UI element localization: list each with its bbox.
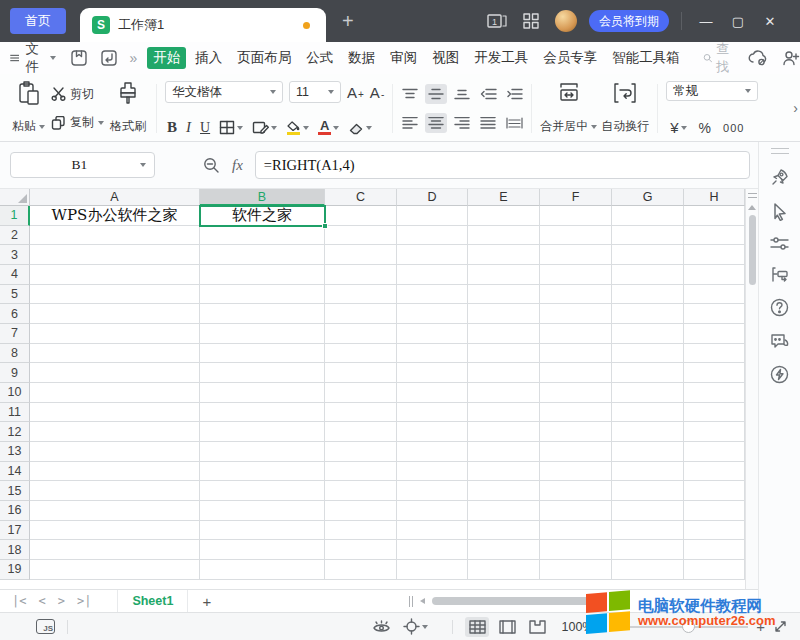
cell-G16[interactable] — [612, 501, 684, 521]
cell-B5[interactable] — [200, 285, 325, 305]
menu-tab-6[interactable]: 视图 — [426, 47, 465, 69]
column-header-B[interactable]: B — [200, 189, 325, 206]
cell-C9[interactable] — [325, 363, 397, 383]
document-tab[interactable]: S 工作簿1 — [80, 8, 326, 42]
sheet-tab-sheet1[interactable]: Sheet1 — [117, 590, 188, 612]
distribute-text-button[interactable] — [503, 113, 525, 133]
vertical-scroll-thumb[interactable] — [749, 215, 756, 285]
user-avatar[interactable] — [555, 10, 577, 32]
cell-F6[interactable] — [540, 304, 612, 324]
menu-tab-8[interactable]: 会员专享 — [537, 47, 603, 69]
underline-button[interactable]: U — [200, 120, 210, 136]
cell-A3[interactable] — [30, 245, 200, 265]
cell-D6[interactable] — [397, 304, 468, 324]
cell-H4[interactable] — [684, 265, 745, 285]
copy-button[interactable]: 复制 — [51, 114, 104, 131]
cell-B4[interactable] — [200, 265, 325, 285]
cell-H11[interactable] — [684, 403, 745, 423]
cell-B1[interactable]: 软件之家 — [200, 206, 325, 226]
align-top-button[interactable] — [399, 84, 421, 104]
cell-A13[interactable] — [30, 442, 200, 462]
row-header-14[interactable]: 14 — [0, 462, 30, 482]
cell-A14[interactable] — [30, 462, 200, 482]
cell-E4[interactable] — [468, 265, 540, 285]
cell-H9[interactable] — [684, 363, 745, 383]
cell-E2[interactable] — [468, 226, 540, 246]
cell-B6[interactable] — [200, 304, 325, 324]
cell-C5[interactable] — [325, 285, 397, 305]
cell-D1[interactable] — [397, 206, 468, 226]
cell-C16[interactable] — [325, 501, 397, 521]
cell-B19[interactable] — [200, 560, 325, 580]
prev-sheet-button[interactable]: < — [38, 594, 45, 608]
cell-E7[interactable] — [468, 324, 540, 344]
row-header-19[interactable]: 19 — [0, 560, 30, 580]
cell-F10[interactable] — [540, 383, 612, 403]
insert-function-icon[interactable]: fx — [232, 157, 243, 174]
minimize-button[interactable]: — — [694, 14, 718, 29]
column-header-F[interactable]: F — [540, 189, 612, 206]
cell-G6[interactable] — [612, 304, 684, 324]
cell-A5[interactable] — [30, 285, 200, 305]
cell-E3[interactable] — [468, 245, 540, 265]
align-middle-button[interactable] — [425, 84, 447, 104]
cell-H14[interactable] — [684, 462, 745, 482]
cell-A9[interactable] — [30, 363, 200, 383]
cell-A8[interactable] — [30, 344, 200, 364]
cell-A17[interactable] — [30, 521, 200, 541]
borders-button[interactable] — [219, 120, 243, 135]
cell-G13[interactable] — [612, 442, 684, 462]
cell-D19[interactable] — [397, 560, 468, 580]
cell-G19[interactable] — [612, 560, 684, 580]
cell-F4[interactable] — [540, 265, 612, 285]
cell-A19[interactable] — [30, 560, 200, 580]
cell-D15[interactable] — [397, 481, 468, 501]
row-header-18[interactable]: 18 — [0, 540, 30, 560]
cell-D18[interactable] — [397, 540, 468, 560]
scroll-up-icon[interactable] — [748, 205, 756, 210]
cell-F19[interactable] — [540, 560, 612, 580]
reading-crosshair-icon[interactable] — [403, 618, 428, 635]
smart-idea-icon[interactable] — [770, 365, 789, 384]
cell-C1[interactable] — [325, 206, 397, 226]
select-all-corner[interactable] — [0, 189, 30, 206]
cell-H2[interactable] — [684, 226, 745, 246]
menu-tab-7[interactable]: 开发工具 — [468, 47, 534, 69]
row-header-3[interactable]: 3 — [0, 245, 30, 265]
cell-D14[interactable] — [397, 462, 468, 482]
add-sheet-button[interactable]: + — [202, 593, 211, 610]
cell-A18[interactable] — [30, 540, 200, 560]
cell-E15[interactable] — [468, 481, 540, 501]
cell-A11[interactable] — [30, 403, 200, 423]
next-sheet-button[interactable]: > — [58, 594, 65, 608]
row-header-12[interactable]: 12 — [0, 422, 30, 442]
ribbon-expand-icon[interactable]: › — [793, 100, 798, 116]
cell-A12[interactable] — [30, 422, 200, 442]
cell-E9[interactable] — [468, 363, 540, 383]
cell-C15[interactable] — [325, 481, 397, 501]
row-header-11[interactable]: 11 — [0, 403, 30, 423]
cell-F9[interactable] — [540, 363, 612, 383]
cell-G9[interactable] — [612, 363, 684, 383]
cell-E13[interactable] — [468, 442, 540, 462]
cell-C2[interactable] — [325, 226, 397, 246]
cell-G11[interactable] — [612, 403, 684, 423]
cell-C3[interactable] — [325, 245, 397, 265]
cell-F5[interactable] — [540, 285, 612, 305]
row-header-8[interactable]: 8 — [0, 344, 30, 364]
fill-handle[interactable] — [322, 223, 328, 229]
cell-H17[interactable] — [684, 521, 745, 541]
cell-D13[interactable] — [397, 442, 468, 462]
wrap-text-button[interactable]: 自动换行 — [599, 78, 651, 139]
menu-tab-1[interactable]: 插入 — [189, 47, 228, 69]
cell-F18[interactable] — [540, 540, 612, 560]
cell-H15[interactable] — [684, 481, 745, 501]
cell-D17[interactable] — [397, 521, 468, 541]
cell-D12[interactable] — [397, 422, 468, 442]
cell-E8[interactable] — [468, 344, 540, 364]
cut-button[interactable]: 剪切 — [51, 86, 104, 103]
cell-D3[interactable] — [397, 245, 468, 265]
cell-B9[interactable] — [200, 363, 325, 383]
cell-D9[interactable] — [397, 363, 468, 383]
cell-G10[interactable] — [612, 383, 684, 403]
